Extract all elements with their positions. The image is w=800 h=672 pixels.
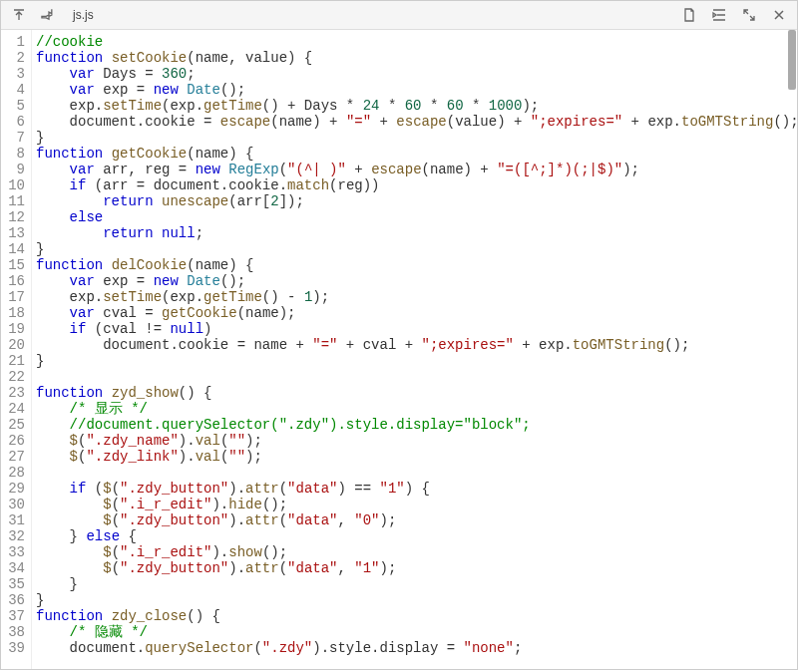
line-number: 3 — [1, 66, 31, 82]
code-line[interactable]: } — [36, 241, 797, 257]
code-line[interactable]: var arr, reg = new RegExp("(^| )" + esca… — [36, 162, 797, 177]
code-line[interactable]: $(".zdy_link").val(""); — [36, 449, 797, 465]
code-line[interactable]: /* 显示 */ — [36, 401, 797, 417]
line-number: 26 — [1, 433, 31, 449]
code-line[interactable]: document.querySelector(".zdy").style.dis… — [36, 640, 797, 656]
code-line[interactable] — [36, 369, 797, 385]
line-number: 24 — [1, 401, 31, 417]
code-line[interactable]: //document.querySelector(".zdy").style.d… — [36, 417, 797, 433]
code-line[interactable]: var exp = new Date(); — [36, 82, 797, 98]
line-number: 8 — [1, 146, 31, 162]
line-number: 22 — [1, 369, 31, 385]
editor-window: js.js 1234567891011121314151617181920212… — [0, 0, 798, 670]
line-number: 31 — [1, 512, 31, 528]
line-number: 2 — [1, 50, 31, 66]
line-number: 39 — [1, 640, 31, 656]
code-line[interactable]: return null; — [36, 225, 797, 241]
line-number: 36 — [1, 592, 31, 608]
line-number: 19 — [1, 321, 31, 337]
code-line[interactable]: function setCookie(name, value) { — [36, 50, 797, 66]
code-line[interactable]: if ($(".zdy_button").attr("data") == "1"… — [36, 481, 797, 497]
line-number: 13 — [1, 225, 31, 241]
code-line[interactable]: } — [36, 130, 797, 146]
code-line[interactable]: else — [36, 209, 797, 225]
new-file-icon[interactable] — [679, 5, 699, 25]
code-line[interactable]: /* 隐藏 */ — [36, 624, 797, 640]
pin-icon[interactable] — [39, 5, 59, 25]
code-line[interactable]: var Days = 360; — [36, 66, 797, 82]
code-line[interactable]: } — [36, 576, 797, 592]
code-line[interactable]: $(".zdy_name").val(""); — [36, 433, 797, 449]
line-number: 37 — [1, 608, 31, 624]
line-number: 4 — [1, 82, 31, 98]
line-number: 23 — [1, 385, 31, 401]
line-number: 35 — [1, 576, 31, 592]
line-number: 25 — [1, 417, 31, 433]
line-number: 38 — [1, 624, 31, 640]
code-line[interactable]: } — [36, 353, 797, 369]
line-number: 27 — [1, 449, 31, 465]
jump-top-icon[interactable] — [9, 5, 29, 25]
line-number: 14 — [1, 241, 31, 257]
code-line[interactable]: if (arr = document.cookie.match(reg)) — [36, 177, 797, 193]
line-number-gutter: 1234567891011121314151617181920212223242… — [1, 30, 32, 669]
code-line[interactable]: function zdy_close() { — [36, 608, 797, 624]
code-line[interactable] — [36, 465, 797, 481]
line-number: 21 — [1, 353, 31, 369]
line-number: 20 — [1, 337, 31, 353]
vertical-scrollbar[interactable] — [785, 30, 797, 669]
code-line[interactable]: $(".zdy_button").attr("data", "0"); — [36, 512, 797, 528]
code-content[interactable]: //cookiefunction setCookie(name, value) … — [32, 30, 797, 669]
line-number: 10 — [1, 177, 31, 193]
code-line[interactable]: } — [36, 592, 797, 608]
line-number: 16 — [1, 273, 31, 289]
expand-icon[interactable] — [739, 5, 759, 25]
code-line[interactable]: function delCookie(name) { — [36, 257, 797, 273]
line-number: 7 — [1, 130, 31, 146]
indent-icon[interactable] — [709, 5, 729, 25]
line-number: 30 — [1, 497, 31, 512]
code-line[interactable]: function getCookie(name) { — [36, 146, 797, 162]
line-number: 18 — [1, 305, 31, 321]
line-number: 5 — [1, 98, 31, 114]
editor-area[interactable]: 1234567891011121314151617181920212223242… — [1, 30, 797, 669]
code-line[interactable]: exp.setTime(exp.getTime() + Days * 24 * … — [36, 98, 797, 114]
close-icon[interactable] — [769, 5, 789, 25]
code-line[interactable]: $(".zdy_button").attr("data", "1"); — [36, 560, 797, 576]
code-line[interactable]: function zyd_show() { — [36, 385, 797, 401]
line-number: 9 — [1, 162, 31, 177]
code-line[interactable]: var exp = new Date(); — [36, 273, 797, 289]
code-line[interactable]: } else { — [36, 528, 797, 544]
line-number: 15 — [1, 257, 31, 273]
code-line[interactable]: if (cval != null) — [36, 321, 797, 337]
line-number: 1 — [1, 34, 31, 50]
line-number: 11 — [1, 193, 31, 209]
line-number: 33 — [1, 544, 31, 560]
code-line[interactable]: document.cookie = name + "=" + cval + ";… — [36, 337, 797, 353]
toolbar: js.js — [1, 1, 797, 30]
code-line[interactable]: $(".i_r_edit").show(); — [36, 544, 797, 560]
code-line[interactable]: //cookie — [36, 34, 797, 50]
code-line[interactable]: $(".i_r_edit").hide(); — [36, 497, 797, 512]
line-number: 6 — [1, 114, 31, 130]
code-line[interactable]: return unescape(arr[2]); — [36, 193, 797, 209]
code-line[interactable]: var cval = getCookie(name); — [36, 305, 797, 321]
line-number: 34 — [1, 560, 31, 576]
code-line[interactable]: document.cookie = escape(name) + "=" + e… — [36, 114, 797, 130]
code-line[interactable]: exp.setTime(exp.getTime() - 1); — [36, 289, 797, 305]
scrollbar-thumb[interactable] — [788, 30, 796, 90]
line-number: 32 — [1, 528, 31, 544]
line-number: 17 — [1, 289, 31, 305]
line-number: 12 — [1, 209, 31, 225]
line-number: 29 — [1, 481, 31, 497]
tab-filename[interactable]: js.js — [69, 8, 94, 22]
line-number: 28 — [1, 465, 31, 481]
